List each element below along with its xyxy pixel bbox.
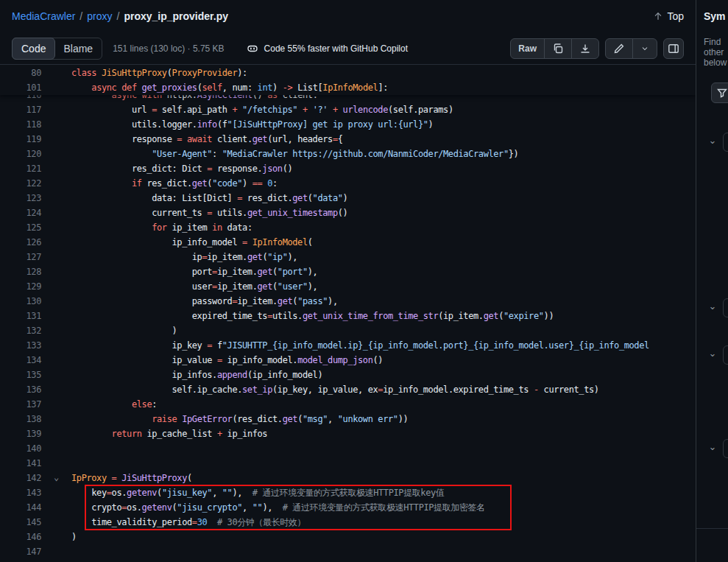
code-text: ip_value = ip_info_model.model_dump_json… xyxy=(71,353,383,368)
gutter-space xyxy=(41,441,71,456)
line-number[interactable]: 124 xyxy=(0,206,41,220)
copy-button[interactable] xyxy=(544,39,571,58)
github-file-view: MediaCrawler / proxy / proxy_ip_provider… xyxy=(0,0,728,562)
code-text: "User-Agent": "MediaCrawler https://gith… xyxy=(71,147,518,161)
line-number[interactable]: 118 xyxy=(0,117,41,132)
line-number[interactable]: 141 xyxy=(0,456,41,471)
gutter-space xyxy=(41,294,71,309)
symbols-panel-title: Sym xyxy=(704,10,726,22)
line-number[interactable]: 134 xyxy=(0,353,41,368)
code-text: else: xyxy=(71,397,157,412)
code-line: 130 password=ip_item.get("pass"), xyxy=(0,294,696,309)
code-text: async def get_proxies(self, num: int) ->… xyxy=(71,80,388,95)
line-number[interactable]: 136 xyxy=(0,382,41,397)
top-link-label: Top xyxy=(667,10,684,22)
line-number[interactable]: 138 xyxy=(0,412,41,426)
gutter-space xyxy=(41,191,71,206)
edit-button[interactable] xyxy=(606,39,632,58)
tab-code[interactable]: Code xyxy=(12,38,55,60)
symbol-item[interactable] xyxy=(723,345,728,365)
gutter-space xyxy=(41,412,71,426)
code-line: 101 async def get_proxies(self, num: int… xyxy=(0,80,696,95)
symbol-item[interactable] xyxy=(723,439,728,458)
symbol-item[interactable] xyxy=(723,298,728,317)
raw-copy-download-group: Raw xyxy=(510,38,599,59)
line-number[interactable]: 147 xyxy=(0,544,41,559)
symbols-panel-description-line: below xyxy=(704,57,727,68)
gutter-space xyxy=(41,235,71,250)
code-text: password=ip_item.get("pass"), xyxy=(71,294,338,309)
line-number[interactable]: 131 xyxy=(0,309,41,323)
chevron-down-icon xyxy=(640,44,649,53)
edit-dropdown-button[interactable] xyxy=(632,39,657,58)
code-line: 147 xyxy=(0,544,696,559)
line-number[interactable]: 117 xyxy=(0,102,41,117)
line-number[interactable]: 142 xyxy=(0,471,41,485)
collapse-chevron-icon[interactable]: ⌄ xyxy=(41,471,71,485)
gutter-space xyxy=(41,309,71,323)
breadcrumb-folder-link[interactable]: proxy xyxy=(87,10,112,22)
line-number[interactable]: 133 xyxy=(0,338,41,353)
line-number[interactable]: 140 xyxy=(0,441,41,456)
line-number[interactable]: 146 xyxy=(0,530,41,544)
code-text: expired_time_ts=utils.get_unix_time_from… xyxy=(71,309,554,323)
gutter-space xyxy=(41,161,71,176)
symbols-panel-description-line: other xyxy=(704,47,727,57)
line-number[interactable]: 123 xyxy=(0,191,41,206)
code-line: 125 for ip_item in data: xyxy=(0,220,696,235)
code-lines: 116 async with httpx.AsyncClient() as cl… xyxy=(0,88,696,559)
scroll-to-top-button[interactable]: Top xyxy=(653,10,684,22)
line-number[interactable]: 126 xyxy=(0,235,41,250)
sticky-lines: 80class JiSuHttpProxy(ProxyProvider):101… xyxy=(0,65,696,95)
code-text: response = await client.get(url, headers… xyxy=(71,132,343,147)
breadcrumb-separator: / xyxy=(79,10,82,22)
line-number[interactable]: 122 xyxy=(0,176,41,191)
code-text: res_dict: Dict = response.json() xyxy=(71,161,292,176)
chevron-down-icon[interactable]: ⌄ xyxy=(705,347,720,362)
gutter-space xyxy=(41,80,71,95)
symbols-panel-toggle-button[interactable] xyxy=(663,38,684,59)
line-number[interactable]: 125 xyxy=(0,220,41,235)
code-text: class JiSuHttpProxy(ProxyProvider): xyxy=(71,66,247,80)
chevron-down-icon[interactable]: ⌄ xyxy=(705,134,720,149)
code-line: 127 ip=ip_item.get("ip"), xyxy=(0,250,696,264)
code-text: time_validity_period=30 # 30分钟（最长时效） xyxy=(71,515,305,530)
code-line: 132 ) xyxy=(0,323,696,338)
line-number[interactable]: 135 xyxy=(0,368,41,382)
raw-button[interactable]: Raw xyxy=(511,39,544,58)
code-viewer: 116 async with httpx.AsyncClient() as cl… xyxy=(0,65,696,562)
download-icon xyxy=(579,43,591,55)
code-line: 126 ip_info_model = IpInfoModel( xyxy=(0,235,696,250)
line-number[interactable]: 101 xyxy=(0,80,41,95)
tab-blame[interactable]: Blame xyxy=(54,38,102,59)
line-number[interactable]: 132 xyxy=(0,323,41,338)
copilot-banner[interactable]: Code 55% faster with GitHub Copilot xyxy=(247,43,408,55)
line-number[interactable]: 80 xyxy=(0,66,41,80)
code-blame-switcher: Code Blame xyxy=(12,38,102,60)
line-number[interactable]: 130 xyxy=(0,294,41,309)
line-number[interactable]: 129 xyxy=(0,279,41,294)
breadcrumb-repo-link[interactable]: MediaCrawler xyxy=(12,10,75,22)
code-line: 143 key=os.getenv("jisu_key", ""), # 通过环… xyxy=(0,485,696,500)
line-number[interactable]: 127 xyxy=(0,250,41,264)
code-line: 128 port=ip_item.get("port"), xyxy=(0,264,696,279)
chevron-down-icon[interactable]: ⌄ xyxy=(705,440,720,455)
line-number[interactable]: 121 xyxy=(0,161,41,176)
code-line: 134 ip_value = ip_info_model.model_dump_… xyxy=(0,353,696,368)
gutter-space xyxy=(41,102,71,117)
line-number[interactable]: 119 xyxy=(0,132,41,147)
symbols-filter-button[interactable] xyxy=(711,82,728,103)
line-number[interactable]: 137 xyxy=(0,397,41,412)
line-number[interactable]: 144 xyxy=(0,500,41,515)
symbol-item[interactable] xyxy=(723,133,728,152)
code-line: 121 res_dict: Dict = response.json() xyxy=(0,161,696,176)
line-number[interactable]: 145 xyxy=(0,515,41,530)
line-number[interactable]: 120 xyxy=(0,147,41,161)
code-line: 135 ip_infos.append(ip_info_model) xyxy=(0,368,696,382)
line-number[interactable]: 143 xyxy=(0,485,41,500)
code-text: url = self.api_path + "/fetchips" + '?' … xyxy=(71,102,453,117)
line-number[interactable]: 139 xyxy=(0,426,41,441)
chevron-down-icon[interactable]: ⌄ xyxy=(705,300,720,315)
download-button[interactable] xyxy=(571,39,598,58)
line-number[interactable]: 128 xyxy=(0,264,41,279)
